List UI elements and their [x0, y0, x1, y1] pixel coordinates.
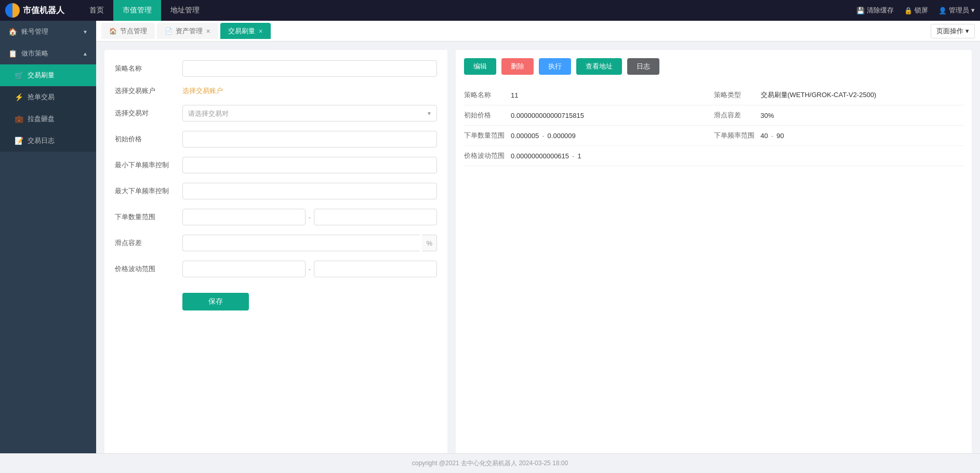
input-order-qty-max[interactable] [314, 209, 437, 225]
label-trade-account: 选择交易账户 [115, 86, 182, 96]
nav-market[interactable]: 市值管理 [113, 0, 161, 21]
sidebar-submenu: 🛒 交易刷量 ⚡ 抢单交易 💼 拉盘砸盘 📝 交易日志 [0, 64, 96, 152]
clear-cache-btn[interactable]: 💾 清除缓存 [856, 6, 894, 15]
detail-row-empty [714, 146, 964, 166]
detail-label-order-qty: 下单数量范围 [464, 131, 511, 140]
order-qty-sep: - [542, 132, 544, 140]
form-row-init-price: 初始价格 [115, 131, 437, 147]
action-buttons: 编辑 删除 执行 查看地址 日志 [464, 58, 963, 75]
price-range-inputs: - [182, 261, 437, 277]
main-content: 🏠 节点管理 📄 资产管理 ✕ 交易刷量 ✕ 页面操作 ▾ 策略名称 [96, 21, 980, 473]
tab-bar-right: 页面操作 ▾ [931, 24, 975, 38]
input-price-max[interactable] [314, 261, 437, 277]
home-icon: 🏠 [8, 28, 17, 36]
detail-value-order-qty: 0.000005 - 0.000009 [511, 132, 714, 140]
detail-value-init-price: 0.000000000000715815 [511, 112, 714, 119]
view-address-button[interactable]: 查看地址 [576, 58, 622, 75]
home-tab-icon: 🏠 [109, 28, 117, 35]
order-qty-range: - [182, 209, 437, 225]
detail-label-price-volatility: 价格波动范围 [464, 151, 511, 160]
order-qty-min: 0.000005 [511, 132, 539, 140]
input-price-min[interactable] [182, 261, 306, 277]
input-max-freq[interactable] [182, 183, 437, 199]
save-button[interactable]: 保存 [182, 293, 249, 310]
form-row-order-qty: 下单数量范围 - [115, 209, 437, 225]
input-order-qty-min[interactable] [182, 209, 306, 225]
tab-close-trade[interactable]: ✕ [258, 28, 263, 35]
input-strategy-name[interactable] [182, 60, 437, 77]
detail-grid: 策略名称 11 策略类型 交易刷量(WETH/GROK-CAT-V2-2500)… [464, 85, 963, 166]
price-vol-max: 1 [577, 152, 581, 160]
save-btn-row: 保存 [115, 293, 437, 310]
detail-label-strategy-type: 策略类型 [714, 90, 761, 100]
layout: 🏠 账号管理 ▼ 📋 做市策略 ▲ 🛒 交易刷量 ⚡ 抢单交易 💼 拉盘砸盘 📝 [0, 21, 980, 473]
input-slippage[interactable] [182, 235, 420, 251]
sidebar-item-pull-disk[interactable]: 💼 拉盘砸盘 [0, 108, 96, 130]
nav-home[interactable]: 首页 [80, 0, 113, 21]
sidebar: 🏠 账号管理 ▼ 📋 做市策略 ▲ 🛒 交易刷量 ⚡ 抢单交易 💼 拉盘砸盘 📝 [0, 21, 96, 473]
tab-close-asset[interactable]: ✕ [206, 28, 210, 35]
form-row-min-freq: 最小下单频率控制 [115, 157, 437, 173]
select-trade-pair[interactable]: 请选择交易对 [182, 105, 437, 121]
select-account-link[interactable]: 选择交易账户 [182, 86, 223, 96]
detail-row-price-volatility: 价格波动范围 0.00000000000615 - 1 [464, 146, 714, 166]
label-min-freq: 最小下单频率控制 [115, 160, 182, 170]
freq-min: 40 [761, 132, 768, 140]
detail-value-slippage: 30% [761, 112, 964, 119]
sidebar-item-account[interactable]: 🏠 账号管理 ▼ [0, 21, 96, 43]
detail-label-order-freq: 下单频率范围 [714, 131, 761, 140]
logo-text: 市值机器人 [23, 5, 64, 16]
detail-row-order-freq: 下单频率范围 40 - 90 [714, 126, 964, 146]
top-nav: 市值机器人 首页 市值管理 地址管理 💾 清除缓存 🔒 锁屏 👤 管理员 ▾ [0, 0, 980, 21]
sidebar-item-market[interactable]: 📋 做市策略 ▲ [0, 43, 96, 64]
form-row-max-freq: 最大下单频率控制 [115, 183, 437, 199]
tab-asset-manage[interactable]: 📄 资产管理 ✕ [157, 23, 218, 39]
detail-row-order-qty-range: 下单数量范围 0.000005 - 0.000009 [464, 126, 714, 146]
input-init-price[interactable] [182, 131, 437, 147]
execute-button[interactable]: 执行 [539, 58, 571, 75]
tab-trade-volume[interactable]: 交易刷量 ✕ [220, 23, 271, 39]
log-button[interactable]: 日志 [627, 58, 659, 75]
right-panel: 编辑 删除 执行 查看地址 日志 策略名称 11 策略类型 交易刷量(WETH/ [456, 50, 972, 465]
detail-value-price-volatility: 0.00000000000615 - 1 [511, 152, 714, 160]
nav-address[interactable]: 地址管理 [161, 0, 209, 21]
input-min-freq[interactable] [182, 157, 437, 173]
bag-icon: 💼 [15, 115, 23, 123]
freq-sep: - [771, 132, 773, 140]
detail-row-strategy-type: 策略类型 交易刷量(WETH/GROK-CAT-V2-2500) [714, 85, 964, 105]
freq-max: 90 [776, 132, 784, 140]
delete-button[interactable]: 删除 [501, 58, 534, 75]
lock-screen-btn[interactable]: 🔒 锁屏 [904, 6, 928, 15]
chevron-up-icon: ▲ [83, 51, 88, 57]
lightning-icon: ⚡ [15, 93, 23, 101]
tab-bar: 🏠 节点管理 📄 资产管理 ✕ 交易刷量 ✕ 页面操作 ▾ [96, 21, 980, 42]
form-row-trade-pair: 选择交易对 请选择交易对 ▼ [115, 105, 437, 121]
cache-icon: 💾 [856, 7, 865, 15]
price-vol-min: 0.00000000000615 [511, 152, 569, 160]
notepad-icon: 📝 [15, 137, 23, 145]
detail-value-strategy-name: 11 [511, 91, 714, 99]
detail-label-slippage: 滑点容差 [714, 111, 761, 120]
slippage-wrapper: % [182, 235, 437, 251]
label-trade-pair: 选择交易对 [115, 109, 182, 118]
range-sep-qty: - [309, 213, 311, 221]
footer-text: copyright @2021 去中心化交易机器人 2024-03-25 18:… [412, 460, 568, 467]
order-qty-max: 0.000009 [548, 132, 576, 140]
form-row-price-range: 价格波动范围 - [115, 261, 437, 277]
admin-menu[interactable]: 👤 管理员 ▾ [938, 6, 975, 15]
edit-button[interactable]: 编辑 [464, 58, 496, 75]
tab-node-manage[interactable]: 🏠 节点管理 [101, 23, 155, 39]
sidebar-item-grab-trade[interactable]: ⚡ 抢单交易 [0, 86, 96, 108]
form-row-trade-account: 选择交易账户 选择交易账户 [115, 86, 437, 96]
detail-value-order-freq: 40 - 90 [761, 132, 964, 140]
sidebar-item-trade-volume[interactable]: 🛒 交易刷量 [0, 64, 96, 86]
cart-icon: 🛒 [15, 71, 23, 79]
form-row-slippage: 滑点容差 % [115, 235, 437, 251]
sidebar-item-trade-log[interactable]: 📝 交易日志 [0, 130, 96, 152]
nav-right: 💾 清除缓存 🔒 锁屏 👤 管理员 ▾ [856, 6, 975, 15]
form-panel: 策略名称 选择交易账户 选择交易账户 选择交易对 请选择交易对 ▼ [104, 50, 447, 465]
page-actions-btn[interactable]: 页面操作 ▾ [931, 24, 975, 38]
form-row-strategy-name: 策略名称 [115, 60, 437, 77]
detail-value-strategy-type: 交易刷量(WETH/GROK-CAT-V2-2500) [761, 90, 964, 100]
label-slippage: 滑点容差 [115, 238, 182, 248]
